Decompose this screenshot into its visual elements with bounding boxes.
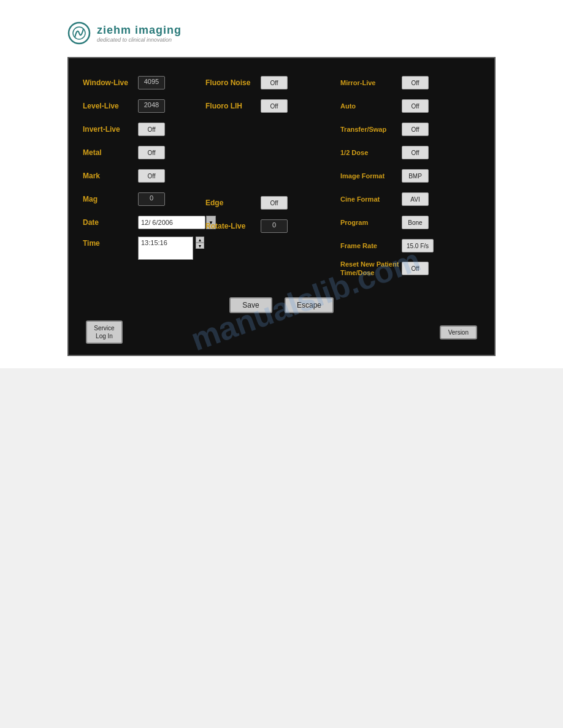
frame-rate-button[interactable]: 15.0 F/s [402, 239, 434, 252]
mark-label: Mark [83, 172, 138, 180]
save-button[interactable]: Save [229, 297, 272, 313]
rotate-live-label: Rotate-Live [205, 222, 261, 230]
mag-value[interactable]: 0 [138, 192, 165, 206]
version-button[interactable]: Version [440, 325, 477, 339]
level-live-row: Level-Live 2048 [83, 97, 199, 115]
reset-patient-label: Reset New PatientTime/Dose [340, 260, 402, 278]
invert-live-label: Invert-Live [83, 125, 138, 134]
edge-label: Edge [205, 199, 261, 207]
bottom-row: ServiceLog In Version [80, 320, 483, 344]
edge-button[interactable]: Off [261, 196, 288, 210]
fluoro-noise-label: Fluoro Noise [205, 78, 261, 87]
mirror-live-row: Mirror-Live Off [340, 74, 480, 92]
time-label: Time [83, 239, 138, 248]
col-left: Window-Live 4095 Level-Live 2048 Invert-… [80, 70, 202, 286]
image-format-label: Image Format [340, 172, 402, 180]
service-log-in-button[interactable]: ServiceLog In [86, 320, 123, 344]
metal-label: Metal [83, 148, 138, 157]
logo-name: ziehm imaging [97, 24, 182, 37]
half-dose-label: 1/2 Dose [340, 149, 402, 156]
col-right: Mirror-Live Off Auto Off Transfer/Swap O… [337, 70, 483, 286]
level-live-label: Level-Live [83, 102, 138, 110]
time-box[interactable]: 13:15:16 [138, 237, 193, 260]
window-live-value[interactable]: 4095 [138, 76, 165, 89]
footer-buttons: Save Escape [80, 297, 483, 313]
date-row: Date ▼ [83, 213, 199, 232]
program-label: Program [340, 219, 402, 226]
reset-patient-row: Reset New PatientTime/Dose Off [340, 260, 480, 278]
auto-label: Auto [340, 102, 402, 110]
transfer-swap-button[interactable]: Off [402, 123, 429, 136]
edge-row: Edge Off [205, 194, 334, 212]
frame-rate-label: Frame Rate [340, 242, 402, 249]
fluoro-lih-button[interactable]: Off [261, 99, 288, 113]
transfer-swap-row: Transfer/Swap Off [340, 120, 480, 138]
logo-area: ziehm imaging dedicated to clinical inno… [0, 12, 563, 57]
main-panel: manualslib.com Window-Live 4095 Level-Li… [67, 57, 496, 356]
time-row: Time 13:15:16 ▲ ▼ [83, 237, 199, 260]
frame-rate-row: Frame Rate 15.0 F/s [340, 237, 480, 255]
mag-label: Mag [83, 195, 138, 203]
mirror-live-label: Mirror-Live [340, 79, 402, 86]
invert-live-button[interactable]: Off [138, 123, 165, 136]
rotate-live-row: Rotate-Live 0 [205, 217, 334, 235]
col-mid: Fluoro Noise Off Fluoro LIH Off Edge Off [202, 70, 337, 286]
half-dose-button[interactable]: Off [402, 146, 429, 159]
transfer-swap-label: Transfer/Swap [340, 126, 402, 133]
window-live-row: Window-Live 4095 [83, 74, 199, 92]
controls-grid: Window-Live 4095 Level-Live 2048 Invert-… [80, 70, 483, 286]
fluoro-noise-button[interactable]: Off [261, 76, 288, 89]
mag-row: Mag 0 [83, 190, 199, 208]
auto-button[interactable]: Off [402, 99, 429, 113]
time-value: 13:15:16 [141, 239, 167, 246]
escape-button[interactable]: Escape [285, 297, 334, 313]
logo-text-block: ziehm imaging dedicated to clinical inno… [97, 24, 182, 43]
date-input[interactable] [138, 216, 205, 229]
mark-row: Mark Off [83, 167, 199, 185]
image-format-button[interactable]: BMP [402, 169, 429, 183]
reset-patient-button[interactable]: Off [402, 262, 429, 275]
rotate-live-value[interactable]: 0 [261, 219, 288, 233]
mirror-live-button[interactable]: Off [402, 76, 429, 89]
program-button[interactable]: Bone [402, 216, 429, 229]
window-live-label: Window-Live [83, 78, 138, 87]
level-live-value[interactable]: 2048 [138, 99, 165, 113]
fluoro-lih-label: Fluoro LIH [205, 102, 261, 110]
auto-row: Auto Off [340, 97, 480, 115]
fluoro-noise-row: Fluoro Noise Off [205, 74, 334, 92]
cine-format-label: Cine Format [340, 195, 402, 203]
logo-tagline: dedicated to clinical innovation [97, 37, 182, 43]
cine-format-row: Cine Format AVI [340, 190, 480, 208]
fluoro-lih-row: Fluoro LIH Off [205, 97, 334, 115]
cine-format-button[interactable]: AVI [402, 192, 429, 206]
logo-icon [67, 21, 91, 45]
mark-button[interactable]: Off [138, 169, 165, 183]
page-wrapper: ziehm imaging dedicated to clinical inno… [0, 0, 563, 368]
metal-button[interactable]: Off [138, 146, 165, 159]
program-row: Program Bone [340, 213, 480, 232]
half-dose-row: 1/2 Dose Off [340, 143, 480, 162]
date-label: Date [83, 218, 138, 227]
invert-live-row: Invert-Live Off [83, 120, 199, 138]
image-format-row: Image Format BMP [340, 167, 480, 185]
metal-row: Metal Off [83, 143, 199, 162]
